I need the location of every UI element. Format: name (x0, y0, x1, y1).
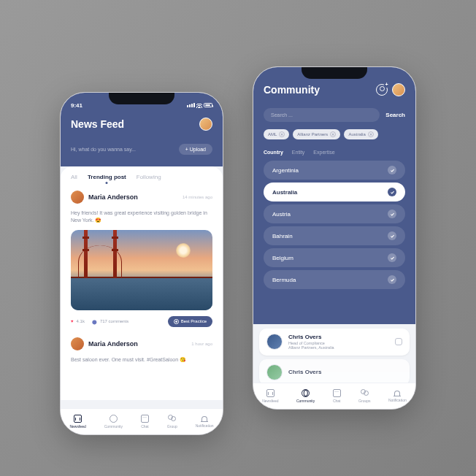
circle-icon (110, 415, 118, 423)
status-icons (187, 102, 212, 108)
tab-following[interactable]: Following (137, 174, 161, 180)
tab-country[interactable]: Country (264, 150, 283, 155)
chip-allianz[interactable]: Allianz Partners (293, 129, 340, 139)
wifi-icon (196, 102, 202, 108)
nav-newsfeed[interactable]: Newsfeed (69, 415, 85, 429)
post-author[interactable]: Maria Anderson (88, 340, 187, 348)
chat-icon (141, 415, 149, 423)
check-icon (388, 166, 396, 174)
chip-aml[interactable]: AML (264, 129, 289, 139)
like-count: 4.1k (77, 319, 85, 323)
page-title: Community (264, 84, 320, 96)
country-row-australia[interactable]: Australia (264, 183, 405, 201)
chat-icon (333, 389, 341, 397)
country-row-bermuda[interactable]: Bermuda (264, 270, 405, 289)
globe-icon (302, 389, 310, 397)
nav-community[interactable]: Community (104, 415, 123, 429)
search-input[interactable]: Search ... (264, 108, 380, 122)
post-time: 1 hour ago (191, 342, 212, 346)
bell-icon (201, 416, 207, 422)
country-row-austria[interactable]: Austria (264, 204, 405, 223)
phone-newsfeed: 9:41 News Feed Hi, what do you wanna say… (60, 92, 223, 435)
nav-notification[interactable]: Notification (388, 391, 407, 402)
post-body: Hey friends! It was great experience vis… (71, 210, 212, 224)
group-icon (361, 389, 369, 397)
chart-icon (266, 389, 275, 397)
profile-org: Allianz Partners, Australia (288, 345, 389, 350)
notch (302, 67, 367, 79)
profile-card[interactable]: Chris Overs (259, 359, 410, 385)
tab-trending[interactable]: Trending post (88, 174, 126, 180)
profile-cards: Chris Overs Head of Compliance Allianz P… (253, 324, 415, 383)
comment-icon[interactable]: ⬤ (92, 319, 97, 324)
post-actions: ♥ 4.1k ⬤ 717 comments Best Practice (71, 316, 212, 327)
community-header-area: Community Search ... Search AML Allianz … (253, 67, 415, 324)
profile-card[interactable]: Chris Overs Head of Compliance Allianz P… (259, 329, 410, 356)
notch (109, 93, 174, 104)
post-image[interactable] (71, 230, 212, 310)
post-header: Maria Anderson 14 minutes ago (71, 191, 212, 204)
post-avatar[interactable] (71, 337, 84, 350)
feed-card: All Trending post Following Maria Anders… (61, 166, 223, 400)
country-row-bahrain[interactable]: Bahrain (264, 226, 405, 245)
add-contact-icon[interactable] (376, 84, 388, 96)
profile-action-icon[interactable] (395, 338, 402, 345)
tab-all[interactable]: All (71, 174, 77, 180)
chart-icon (74, 415, 82, 423)
feed-tabs: All Trending post Following (71, 174, 212, 180)
country-row-belgium[interactable]: Belgium (264, 248, 405, 267)
profile-avatar (266, 334, 283, 350)
nav-community[interactable]: Community (296, 389, 315, 403)
nav-groups[interactable]: Groups (358, 389, 370, 403)
tab-expertise[interactable]: Expertise (313, 150, 334, 155)
compose-input[interactable]: Hi, what do you wanna say... (71, 147, 136, 152)
post-header: Maria Anderson 1 hour ago (71, 337, 212, 350)
bell-icon (394, 391, 400, 396)
best-practice-button[interactable]: Best Practice (168, 316, 212, 327)
search-button[interactable]: Search (385, 112, 405, 118)
nav-notification[interactable]: Notification (196, 416, 214, 428)
chip-australia[interactable]: Australia (344, 129, 377, 139)
tab-entity[interactable]: Entity (292, 150, 305, 155)
bottom-nav: Newsfeed Community Chat Groups Notificat… (253, 383, 415, 409)
nav-group[interactable]: Group (167, 415, 177, 429)
nav-chat[interactable]: Chat (333, 389, 341, 403)
filter-tabs: Country Entity Expertise (264, 150, 405, 155)
check-icon (388, 188, 396, 196)
group-icon (168, 415, 176, 423)
check-icon (388, 253, 396, 262)
signal-icon (187, 103, 195, 107)
status-time: 9:41 (71, 102, 82, 109)
bottom-nav: Newsfeed Community Chat Group Notificati… (61, 408, 223, 434)
avatar[interactable] (392, 83, 405, 96)
check-icon (388, 275, 396, 284)
check-icon (388, 231, 396, 240)
battery-icon (204, 103, 212, 107)
post-body: Best saloon ever. One must visit. #Great… (71, 356, 212, 364)
heart-icon[interactable]: ♥ (71, 319, 74, 323)
page-title: News Feed (71, 118, 124, 130)
nav-newsfeed[interactable]: Newsfeed (262, 389, 278, 403)
country-row-argentinia[interactable]: Argentinia (264, 161, 405, 180)
upload-button[interactable]: + Upload (179, 144, 212, 155)
avatar[interactable] (199, 118, 212, 131)
profile-avatar (266, 364, 283, 380)
post-author[interactable]: Maria Anderson (88, 193, 178, 201)
nav-chat[interactable]: Chat (141, 415, 149, 429)
country-list: Argentinia Australia Austria Bahrain Bel… (264, 161, 405, 289)
check-icon (388, 210, 396, 218)
profile-name: Chris Overs (288, 369, 402, 376)
filter-chips: AML Allianz Partners Australia (264, 129, 405, 139)
phone-community: Community Search ... Search AML Allianz … (253, 66, 416, 410)
profile-role: Head of Compliance (288, 341, 389, 346)
profile-name: Chris Overs (288, 334, 389, 341)
comment-count[interactable]: 717 comments (100, 319, 128, 323)
post-time: 14 minutes ago (183, 195, 212, 199)
post-avatar[interactable] (71, 191, 84, 204)
